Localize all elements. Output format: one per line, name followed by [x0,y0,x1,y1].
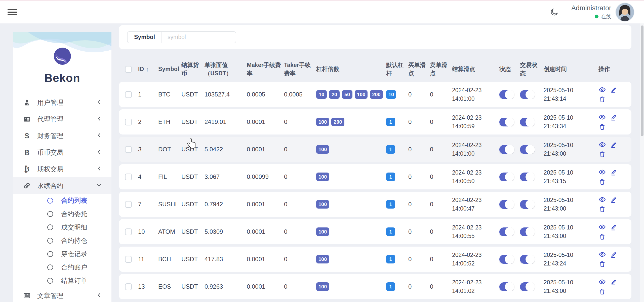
default-leverage-badge: 10 [386,90,396,99]
table-row-DOT: 3DOTUSDT5.04220.000101001002024-02-2314:… [119,137,631,162]
status-toggle[interactable] [499,173,513,181]
cell-leverages: 100 [316,227,386,236]
trade-status-toggle[interactable] [520,200,534,209]
dark-mode-toggle[interactable] [549,7,560,18]
view-button[interactable] [598,86,606,93]
row-checkbox[interactable] [125,201,132,208]
sidebar-item-永续合约[interactable]: 永续合约 [13,177,111,194]
status-toggle[interactable] [499,90,513,99]
edit-button[interactable] [610,168,618,176]
trade-status-toggle[interactable] [520,145,534,154]
edit-button[interactable] [610,196,618,203]
edit-button[interactable] [610,86,618,93]
sort-asc-icon[interactable]: ↑ [146,65,149,74]
cell-created: 2025-05-1021:43:24 [544,251,598,268]
sidebar-item-用户管理[interactable]: 用户管理 [13,94,111,111]
delete-button[interactable] [598,123,606,130]
row-checkbox[interactable] [125,174,132,180]
cell-id: 7 [138,201,158,208]
status-toggle[interactable] [499,145,513,154]
trade-status-toggle[interactable] [520,255,534,264]
view-button[interactable] [598,113,606,121]
status-toggle[interactable] [499,255,513,264]
brand-logo [54,47,71,65]
status-toggle[interactable] [499,227,513,236]
row-checkbox[interactable] [125,256,132,263]
trade-status-toggle[interactable] [520,118,534,126]
sidebar-subitem-合约账户[interactable]: 合约账户 [13,261,111,274]
edit-button[interactable] [610,223,618,231]
delete-button[interactable] [598,288,606,295]
sidebar-subitem-成交明细[interactable]: 成交明细 [13,221,111,234]
trade-status-toggle[interactable] [520,227,534,236]
sidebar-subitem-穿仓记录[interactable]: 穿仓记录 [13,247,111,261]
view-button[interactable] [598,251,606,258]
trade-status-toggle[interactable] [520,90,534,99]
sidebar-item-代理管理[interactable]: 代理管理 [13,111,111,127]
delete-button[interactable] [598,95,606,103]
avatar[interactable] [616,3,634,21]
row-checkbox[interactable] [125,146,132,153]
newspaper-icon [23,292,31,299]
menu-toggle-button[interactable] [8,8,18,17]
sidebar-subitem-合约委托[interactable]: 合约委托 [13,207,111,221]
scrollbar-thumb[interactable] [641,25,643,136]
delete-button[interactable] [598,178,606,185]
row-checkbox[interactable] [125,228,132,235]
user-menu[interactable]: Administrator 在线 [571,3,634,21]
leverage-badge: 100 [316,145,329,154]
default-leverage-badge: 1 [386,173,395,181]
column-header: 结算滑点 [452,65,499,73]
edit-button[interactable] [610,141,618,148]
row-checkbox[interactable] [125,283,132,290]
cell-taker-fee: 0 [284,146,316,153]
edit-icon [610,223,618,231]
sidebar-subitem-合约列表[interactable]: 合约列表 [13,194,111,207]
view-button[interactable] [598,278,606,286]
sidebar-item-文章管理[interactable]: 文章管理 [13,287,111,302]
filter-card: Symbol [119,25,631,49]
toggle-knob [526,90,535,99]
scrollbar-track[interactable] [640,23,644,302]
row-checkbox[interactable] [125,91,132,98]
status-toggle[interactable] [499,118,513,126]
status-toggle[interactable] [499,200,513,209]
trade-status-toggle[interactable] [520,282,534,291]
row-checkbox[interactable] [125,119,132,125]
sidebar-subitem-合约持仓[interactable]: 合约持仓 [13,234,111,247]
edit-button[interactable] [610,251,618,258]
eye-icon [598,113,606,121]
cell-default-leverage: 1 [386,118,408,126]
sidebar-subitem-label: 合约持仓 [61,236,87,245]
symbol-search-input[interactable] [162,32,236,43]
edit-button[interactable] [610,278,618,286]
cell-trade-status [520,255,544,264]
column-header-id[interactable]: ID↑ [138,65,158,74]
delete-button[interactable] [598,260,606,268]
view-button[interactable] [598,168,606,176]
sidebar-subitem-结算订单[interactable]: 结算订单 [13,274,111,287]
trade-status-toggle[interactable] [520,173,534,181]
cell-settle-currency: USDT [181,256,205,263]
view-button[interactable] [598,223,606,231]
cell-status [499,255,520,264]
cell-settle-currency: USDT [181,146,205,153]
default-leverage-badge: 1 [386,118,395,126]
sidebar-item-币币交易[interactable]: B币币交易 [13,144,111,161]
cell-face-value: 5.0422 [205,146,247,153]
edit-button[interactable] [610,113,618,121]
cell-sell-slip: 0 [430,201,452,208]
view-button[interactable] [598,196,606,203]
cell-default-leverage: 1 [386,200,408,209]
delete-icon [598,288,606,295]
status-toggle[interactable] [499,282,513,291]
delete-button[interactable] [598,233,606,240]
sidebar-item-期权交易[interactable]: ₿期权交易 [13,161,111,177]
cell-settle-slip: 2024-02-2314:01:02 [452,278,499,295]
view-button[interactable] [598,141,606,148]
sidebar-item-财务管理[interactable]: $财务管理 [13,127,111,144]
select-all-checkbox[interactable] [125,66,132,73]
row-checkbox-cell [125,256,138,263]
delete-button[interactable] [598,150,606,158]
delete-button[interactable] [598,205,606,213]
